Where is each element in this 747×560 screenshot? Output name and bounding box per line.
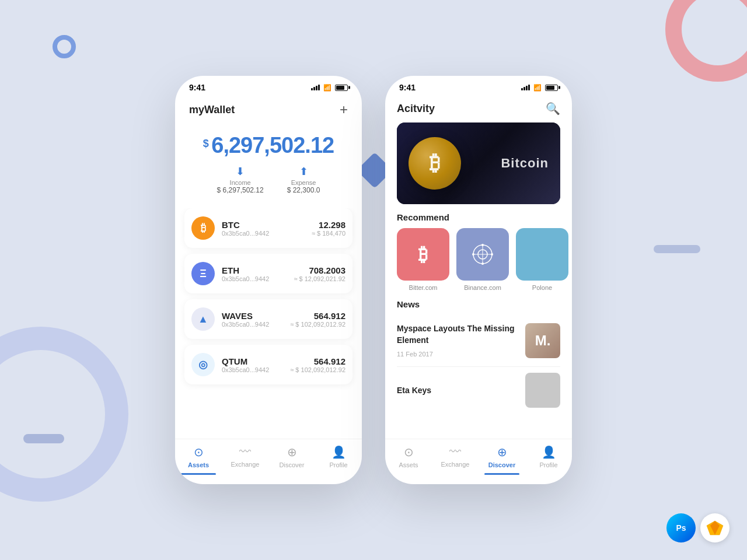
wallet-title: myWallet bbox=[189, 104, 235, 116]
coin-usd-eth: ≈ $ 12,092,021.92 bbox=[294, 275, 345, 282]
coin-info-eth: ETH 0x3b5ca0...9442 bbox=[222, 265, 294, 282]
coin-item-waves[interactable]: ▲ WAVES 0x3b5ca0...9442 564.912 ≈ $ 102,… bbox=[184, 299, 352, 339]
search-button[interactable]: 🔍 bbox=[546, 102, 560, 116]
recommend-label-2: Polone bbox=[532, 284, 552, 291]
hero-coin-icon: ₿ bbox=[409, 137, 461, 190]
bg-decoration-circle-large bbox=[0, 327, 128, 502]
coin-addr-eth: 0x3b5ca0...9442 bbox=[222, 275, 294, 282]
nav-icon-exchange: 〰 bbox=[239, 445, 251, 459]
recommend-item-2[interactable]: Polone bbox=[516, 228, 568, 291]
expense-item: ⬆ Expense $ 22,300.0 bbox=[287, 165, 320, 194]
news-text-0: Myspace Layouts The Missing Element 11 F… bbox=[397, 323, 525, 358]
news-date-0: 11 Feb 2017 bbox=[397, 351, 518, 358]
coin-amount-qtum: 564.912 bbox=[290, 356, 345, 366]
add-button[interactable]: + bbox=[340, 102, 348, 118]
nav2-item-discover[interactable]: ⊕ Discover bbox=[479, 445, 525, 475]
nav2-item-exchange[interactable]: 〰 Exchange bbox=[432, 445, 479, 475]
income-item: ⬇ Income $ 6,297,502.12 bbox=[217, 165, 264, 194]
nav2-icon-discover: ⊕ bbox=[497, 445, 507, 459]
coin-info-btc: BTC 0x3b5ca0...9442 bbox=[222, 220, 312, 237]
recommend-scroll: ₿ Bitter.com Binance.com Polone bbox=[385, 228, 572, 291]
phone-wallet: 9:41 📶 myWallet + $ 6,297,5 bbox=[175, 76, 362, 484]
nav2-label-profile: Profile bbox=[539, 461, 557, 468]
sketch-logo bbox=[706, 520, 724, 536]
coin-name-waves: WAVES bbox=[222, 311, 290, 321]
nav2-underline bbox=[484, 473, 519, 475]
nav2-label-exchange: Exchange bbox=[441, 461, 470, 468]
bg-decoration-circle-blue bbox=[53, 35, 76, 58]
nav2-label-assets: Assets bbox=[399, 461, 418, 468]
coin-icon-btc: ₿ bbox=[191, 216, 215, 240]
phones-container: 9:41 📶 myWallet + $ 6,297,5 bbox=[175, 76, 572, 484]
nav-item-assets[interactable]: ⊙ Assets bbox=[175, 445, 222, 475]
coin-values-waves: 564.912 ≈ $ 102,092,012.92 bbox=[290, 311, 345, 328]
wallet-header: myWallet + bbox=[175, 97, 362, 127]
news-item-1[interactable]: Eta Keys bbox=[397, 367, 560, 414]
income-label: Income bbox=[217, 179, 264, 186]
wifi-icon-2: 📶 bbox=[533, 84, 542, 92]
news-thumb-0: M. bbox=[525, 323, 560, 358]
battery-icon-2 bbox=[545, 85, 558, 91]
recommend-label-0: Bitter.com bbox=[409, 284, 438, 291]
nav2-item-profile[interactable]: 👤 Profile bbox=[525, 445, 572, 475]
coin-icon-waves: ▲ bbox=[191, 307, 215, 331]
coin-icon-eth: Ξ bbox=[191, 262, 215, 285]
balance-display: $ 6,297,502.12 bbox=[175, 133, 362, 158]
phone-wallet-content: myWallet + $ 6,297,502.12 ⬇ Income $ 6,2… bbox=[175, 97, 362, 484]
toolbox: Ps bbox=[666, 513, 729, 542]
coin-usd-btc: ≈ $ 184,470 bbox=[312, 230, 345, 237]
nav-item-profile[interactable]: 👤 Profile bbox=[315, 445, 362, 475]
coin-addr-btc: 0x3b5ca0...9442 bbox=[222, 230, 312, 237]
recommend-label-1: Binance.com bbox=[464, 284, 501, 291]
nav-icon-assets: ⊙ bbox=[194, 445, 204, 459]
coin-usd-waves: ≈ $ 102,092,012.92 bbox=[290, 321, 345, 328]
hero-label: Bitcoin bbox=[501, 156, 549, 171]
coin-usd-qtum: ≈ $ 102,092,012.92 bbox=[290, 366, 345, 373]
coin-item-btc[interactable]: ₿ BTC 0x3b5ca0...9442 12.298 ≈ $ 184,470 bbox=[184, 208, 352, 248]
nav-label-profile: Profile bbox=[329, 461, 347, 468]
coin-values-eth: 708.2003 ≈ $ 12,092,021.92 bbox=[294, 265, 345, 282]
coin-amount-btc: 12.298 bbox=[312, 220, 345, 230]
news-item-0[interactable]: Myspace Layouts The Missing Element 11 F… bbox=[397, 315, 560, 367]
coin-values-btc: 12.298 ≈ $ 184,470 bbox=[312, 220, 345, 237]
signal-icon-1 bbox=[311, 85, 320, 90]
expense-value: $ 22,300.0 bbox=[287, 186, 320, 194]
wifi-icon-1: 📶 bbox=[323, 84, 331, 92]
hero-image: ₿ Bitcoin bbox=[397, 123, 560, 204]
nav2-label-discover: Discover bbox=[488, 461, 515, 468]
expense-label: Expense bbox=[287, 179, 320, 186]
nav2-item-assets[interactable]: ⊙ Assets bbox=[385, 445, 432, 475]
coin-name-qtum: QTUM bbox=[222, 356, 290, 366]
hero-image-bg: ₿ Bitcoin bbox=[397, 123, 560, 204]
nav-icon-profile: 👤 bbox=[331, 445, 346, 459]
recommend-item-0[interactable]: ₿ Bitter.com bbox=[397, 228, 449, 291]
nav-label-discover: Discover bbox=[280, 461, 305, 468]
recommend-item-1[interactable]: Binance.com bbox=[456, 228, 509, 291]
photoshop-icon: Ps bbox=[666, 513, 696, 542]
balance-sub: ⬇ Income $ 6,297,502.12 ⬆ Expense $ 22,3… bbox=[175, 165, 362, 194]
coin-addr-waves: 0x3b5ca0...9442 bbox=[222, 321, 290, 328]
news-title-0: Myspace Layouts The Missing Element bbox=[397, 323, 518, 346]
coin-name-eth: ETH bbox=[222, 265, 294, 275]
coin-addr-qtum: 0x3b5ca0...9442 bbox=[222, 366, 290, 373]
coin-list: ₿ BTC 0x3b5ca0...9442 12.298 ≈ $ 184,470… bbox=[175, 208, 362, 439]
coin-item-eth[interactable]: Ξ ETH 0x3b5ca0...9442 708.2003 ≈ $ 12,09… bbox=[184, 254, 352, 293]
coin-item-qtum[interactable]: ◎ QTUM 0x3b5ca0...9442 564.912 ≈ $ 102,0… bbox=[184, 345, 352, 384]
nav2-icon-profile: 👤 bbox=[542, 445, 556, 459]
coin-icon-qtum: ◎ bbox=[191, 353, 215, 376]
nav-underline bbox=[181, 473, 216, 475]
status-bar-1: 9:41 📶 bbox=[175, 76, 362, 97]
balance-section: $ 6,297,502.12 ⬇ Income $ 6,297,502.12 ⬆… bbox=[175, 127, 362, 208]
phone-activity-content: Acitvity 🔍 ₿ Bitcoin Recommend ₿ Bitter.… bbox=[385, 97, 572, 484]
income-icon: ⬇ bbox=[217, 165, 264, 178]
nav-item-exchange[interactable]: 〰 Exchange bbox=[222, 445, 268, 475]
recommend-card-0: ₿ bbox=[397, 228, 449, 281]
bottom-nav-2: ⊙ Assets 〰 Exchange ⊕ Discover 👤 Profile bbox=[385, 439, 572, 484]
coin-amount-waves: 564.912 bbox=[290, 311, 345, 321]
bg-decoration-rect-1 bbox=[23, 434, 64, 443]
status-icons-2: 📶 bbox=[521, 84, 558, 92]
nav2-icon-assets: ⊙ bbox=[404, 445, 414, 459]
news-title: News bbox=[385, 291, 572, 315]
nav-item-discover[interactable]: ⊕ Discover bbox=[268, 445, 315, 475]
balance-amount: 6,297,502.12 bbox=[211, 133, 334, 158]
